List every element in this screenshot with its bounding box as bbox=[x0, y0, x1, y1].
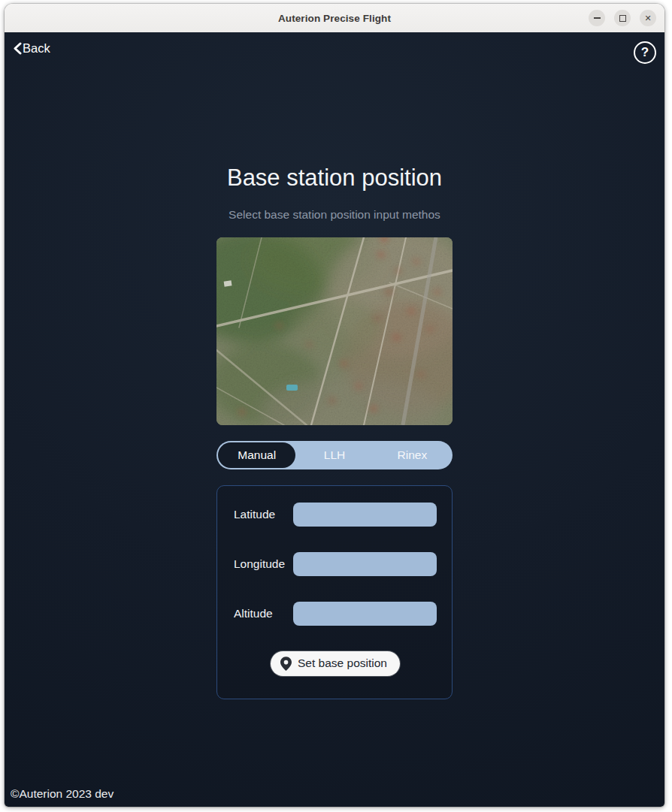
minimize-icon bbox=[594, 17, 601, 19]
maximize-button[interactable] bbox=[614, 10, 631, 26]
window-controls: ✕ bbox=[589, 10, 656, 26]
satellite-map-image bbox=[216, 237, 453, 425]
altitude-label: Altitude bbox=[234, 607, 273, 620]
submit-row: Set base position bbox=[234, 651, 437, 676]
main-content: Back ? Base station position Select base… bbox=[5, 32, 664, 807]
app-window: Auterion Precise Flight ✕ Back ? Base st… bbox=[5, 4, 664, 807]
window-title: Auterion Precise Flight bbox=[278, 13, 391, 24]
tab-rinex[interactable]: Rinex bbox=[374, 442, 451, 468]
minimize-button[interactable] bbox=[589, 10, 605, 26]
tab-llh[interactable]: LLH bbox=[295, 442, 373, 468]
longitude-input[interactable] bbox=[293, 552, 437, 576]
latitude-input[interactable] bbox=[293, 503, 437, 527]
close-button[interactable]: ✕ bbox=[640, 10, 656, 26]
page-title: Base station position bbox=[227, 166, 442, 189]
titlebar: Auterion Precise Flight ✕ bbox=[5, 4, 664, 32]
latitude-row: Latitude bbox=[234, 503, 437, 527]
top-navigation: Back ? bbox=[5, 32, 664, 64]
maximize-icon bbox=[619, 15, 626, 22]
position-input-method-tabs: Manual LLH Rinex bbox=[216, 441, 453, 469]
latitude-label: Latitude bbox=[234, 508, 275, 521]
satellite-map-svg bbox=[216, 237, 453, 425]
altitude-row: Altitude bbox=[234, 602, 437, 626]
back-button[interactable]: Back bbox=[14, 41, 50, 56]
tab-manual[interactable]: Manual bbox=[218, 442, 295, 468]
set-base-position-label: Set base position bbox=[298, 657, 387, 670]
manual-position-panel: Latitude Longitude Altitude Set base pos… bbox=[216, 485, 453, 699]
help-icon: ? bbox=[641, 45, 649, 60]
back-label: Back bbox=[23, 41, 50, 56]
help-button[interactable]: ? bbox=[634, 41, 656, 64]
location-pin-icon bbox=[280, 657, 292, 671]
longitude-row: Longitude bbox=[234, 552, 437, 576]
page-subtitle: Select base station position input metho… bbox=[229, 209, 440, 221]
back-chevron-icon bbox=[14, 42, 22, 55]
close-icon: ✕ bbox=[644, 14, 651, 23]
set-base-position-button[interactable]: Set base position bbox=[271, 651, 400, 676]
longitude-label: Longitude bbox=[234, 557, 285, 571]
altitude-input[interactable] bbox=[293, 602, 437, 626]
copyright-text: ©Auterion 2023 dev bbox=[11, 787, 114, 801]
